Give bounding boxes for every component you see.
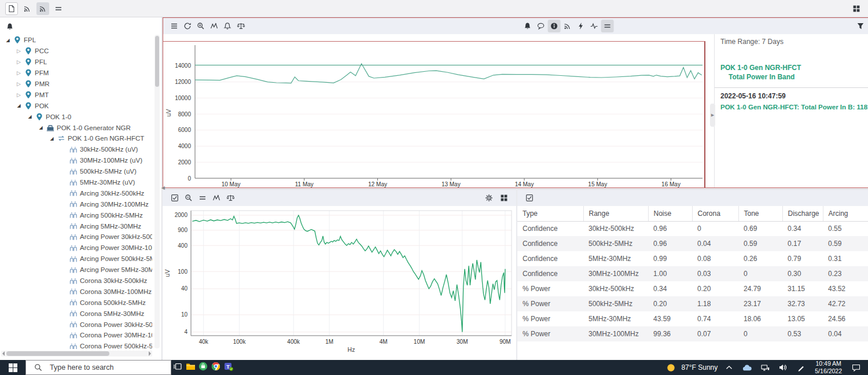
column-header-arcing[interactable]: Arcing bbox=[823, 206, 868, 221]
table-row[interactable]: Confidence5MHz-30MHz0.990.080.260.790.31 bbox=[517, 251, 868, 266]
column-header-tone[interactable]: Tone bbox=[738, 206, 782, 221]
tree-item[interactable]: Arcing 500kHz-5MHz bbox=[0, 209, 152, 220]
collapse-caret-icon[interactable]: ◢ bbox=[25, 114, 34, 119]
tree-item[interactable]: ▷PMR bbox=[0, 79, 152, 90]
tree-item[interactable]: 30MHz-100MHz (uV) bbox=[0, 155, 152, 166]
bell-filled-icon[interactable] bbox=[3, 20, 16, 33]
bell-filled-icon[interactable] bbox=[521, 20, 534, 32]
network-icon[interactable] bbox=[759, 361, 771, 374]
sidebar-collapse-handle[interactable]: ◀ bbox=[161, 185, 165, 190]
panel-collapse-handle[interactable]: ▶ bbox=[710, 104, 715, 127]
scrollbar-thumb[interactable] bbox=[6, 351, 109, 356]
expand-caret-icon[interactable]: ▷ bbox=[14, 48, 23, 54]
taskbar-search-box[interactable]: Type here to search bbox=[25, 360, 171, 375]
scroll-right-arrow-icon[interactable] bbox=[149, 351, 153, 356]
expand-caret-icon[interactable]: ▷ bbox=[14, 81, 23, 87]
tree-item[interactable]: Arcing Power 30MHz-100MHz bbox=[0, 242, 152, 253]
table-row[interactable]: Confidence30kHz-500kHz0.9600.690.340.55 bbox=[517, 221, 868, 236]
expand-caret-icon[interactable]: ▷ bbox=[14, 92, 23, 98]
tree-item[interactable]: ▷PCC bbox=[0, 46, 152, 57]
tree-item[interactable]: ▷PMT bbox=[0, 89, 152, 100]
taskbar-clock[interactable]: 10:49 AM 5/16/2022 bbox=[812, 360, 844, 374]
sun-icon[interactable] bbox=[664, 361, 677, 374]
tree-item[interactable]: Corona Power 30MHz-100MHz bbox=[0, 330, 152, 341]
tree-item[interactable]: Corona 500kHz-5MHz bbox=[0, 297, 152, 308]
tree-vertical-scrollbar[interactable] bbox=[155, 35, 160, 348]
chat-icon[interactable] bbox=[849, 361, 862, 374]
table-row[interactable]: Confidence500kHz-5MHz0.960.040.590.170.5… bbox=[517, 236, 868, 251]
scale-icon[interactable] bbox=[224, 192, 237, 204]
tree-item[interactable]: Arcing Power 500kHz-5MHz bbox=[0, 253, 152, 264]
tree-item[interactable]: 500kHz-5MHz (uV) bbox=[0, 166, 152, 177]
store-icon[interactable] bbox=[197, 360, 209, 373]
expand-caret-icon[interactable]: ▷ bbox=[14, 70, 23, 76]
column-header-type[interactable]: Type bbox=[517, 206, 583, 221]
start-button[interactable] bbox=[0, 360, 25, 375]
tree-item[interactable]: ▷PFL bbox=[0, 57, 152, 68]
check-square-icon[interactable] bbox=[168, 192, 181, 204]
taskview-icon[interactable] bbox=[171, 360, 184, 373]
chevron-up-icon[interactable] bbox=[723, 361, 735, 374]
tree-horizontal-scrollbar[interactable] bbox=[1, 351, 152, 356]
table-row[interactable]: % Power500kHz-5MHz0.201.1823.1732.7342.7… bbox=[517, 296, 868, 311]
folder-icon[interactable] bbox=[184, 360, 197, 373]
pulse-icon[interactable] bbox=[587, 20, 600, 32]
zoom-in-icon[interactable] bbox=[194, 20, 207, 32]
tree-item[interactable]: Arcing 30MHz-100MHz bbox=[0, 198, 152, 209]
column-header-noise[interactable]: Noise bbox=[648, 206, 692, 221]
rss-icon[interactable] bbox=[36, 2, 49, 15]
pen-icon[interactable] bbox=[795, 361, 807, 374]
tray-chevron[interactable] bbox=[723, 361, 735, 374]
comment-icon[interactable] bbox=[534, 20, 547, 32]
weather-widget[interactable]: 87°F Sunny bbox=[664, 361, 718, 374]
scale-icon[interactable] bbox=[234, 20, 247, 32]
timeseries-chart[interactable]: 0200040006000800010000120001400010 May11… bbox=[163, 42, 704, 188]
tree-item[interactable]: ◢POK 1-0 Generator NGR bbox=[0, 122, 152, 133]
spectrum-chart[interactable]: 20009004001004010440k100k400k1M4M10M30M9… bbox=[163, 206, 516, 360]
bolt-icon[interactable] bbox=[574, 20, 587, 32]
scroll-left-arrow-icon[interactable] bbox=[0, 351, 5, 356]
tree-item[interactable]: Arcing Power 30kHz-500kHz bbox=[0, 231, 152, 242]
cloud-icon[interactable] bbox=[741, 361, 753, 374]
menu2-icon[interactable] bbox=[601, 20, 613, 32]
tree-item[interactable]: Corona 30MHz-100MHz bbox=[0, 286, 152, 297]
chrome-icon[interactable] bbox=[209, 360, 222, 373]
tree-item[interactable]: ◢POK 1-0 bbox=[0, 111, 152, 122]
tree-item[interactable]: 30kHz-500kHz (uV) bbox=[0, 144, 152, 155]
menu-icon[interactable] bbox=[168, 20, 181, 32]
tree-item[interactable]: ▷PFM bbox=[0, 68, 152, 79]
tree-item[interactable]: Corona 5MHz-30MHz bbox=[0, 308, 152, 319]
tree-item[interactable]: Arcing 30kHz-500kHz bbox=[0, 188, 152, 198]
tree-item[interactable]: Arcing Power 5MHz-30MHz bbox=[0, 264, 152, 275]
check-square-icon[interactable] bbox=[523, 192, 536, 204]
tree-item[interactable]: Corona 30kHz-500kHz bbox=[0, 275, 152, 286]
menu2-icon[interactable] bbox=[52, 2, 65, 15]
column-header-corona[interactable]: Corona bbox=[692, 206, 738, 221]
column-header-discharge[interactable]: Discharge bbox=[782, 206, 823, 221]
filter-icon[interactable] bbox=[854, 20, 867, 32]
start-icon[interactable] bbox=[6, 361, 19, 374]
chart-icon[interactable] bbox=[210, 192, 223, 204]
tree-item[interactable]: ◢POK 1-0 Gen NGR-HFCT bbox=[0, 133, 152, 144]
tree-item[interactable]: 5MHz-30MHz (uV) bbox=[0, 177, 152, 188]
collapse-caret-icon[interactable]: ◢ bbox=[3, 38, 12, 43]
file-icon[interactable] bbox=[5, 2, 18, 15]
rss-icon[interactable] bbox=[21, 2, 34, 15]
column-header-range[interactable]: Range bbox=[583, 206, 648, 221]
teams-icon[interactable]: T bbox=[222, 360, 235, 373]
notification-center-icon[interactable] bbox=[849, 361, 862, 374]
menu2-icon[interactable] bbox=[196, 192, 209, 204]
collapse-caret-icon[interactable]: ◢ bbox=[14, 103, 23, 108]
table-row[interactable]: Confidence30MHz-100MHz1.000.0300.300.23 bbox=[517, 266, 868, 281]
tree-item[interactable]: Corona Power 500kHz-5MHz▼ bbox=[0, 341, 152, 349]
table-row[interactable]: % Power30kHz-500kHz0.340.2024.7931.1543.… bbox=[517, 281, 868, 296]
table-row[interactable]: % Power30MHz-100MHz99.360.0700.530.04 bbox=[517, 326, 868, 341]
bell-icon[interactable] bbox=[221, 20, 234, 32]
refresh-icon[interactable] bbox=[181, 20, 194, 32]
tree-item[interactable]: ◢FPL bbox=[0, 35, 152, 46]
zoom-out-icon[interactable] bbox=[182, 192, 195, 204]
series-legend[interactable]: POK 1-0 Gen NGR-HFCT Total Power In Band bbox=[720, 63, 868, 82]
collapse-caret-icon[interactable]: ◢ bbox=[36, 125, 45, 130]
speaker-icon[interactable] bbox=[777, 361, 789, 374]
info-icon[interactable] bbox=[547, 20, 560, 32]
